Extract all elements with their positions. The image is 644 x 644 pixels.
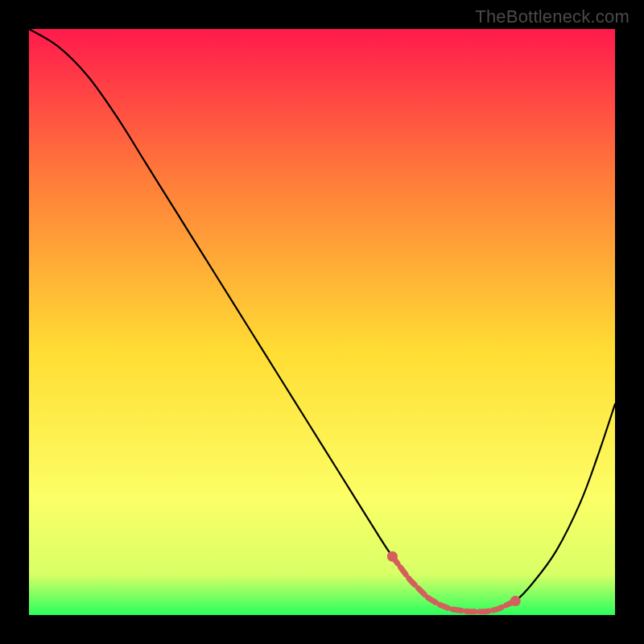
svg-point-1 bbox=[510, 596, 521, 606]
watermark-text: TheBottleneck.com bbox=[475, 6, 630, 27]
chart-svg bbox=[29, 29, 615, 615]
svg-point-0 bbox=[387, 551, 398, 562]
chart-plot-area bbox=[29, 29, 615, 615]
